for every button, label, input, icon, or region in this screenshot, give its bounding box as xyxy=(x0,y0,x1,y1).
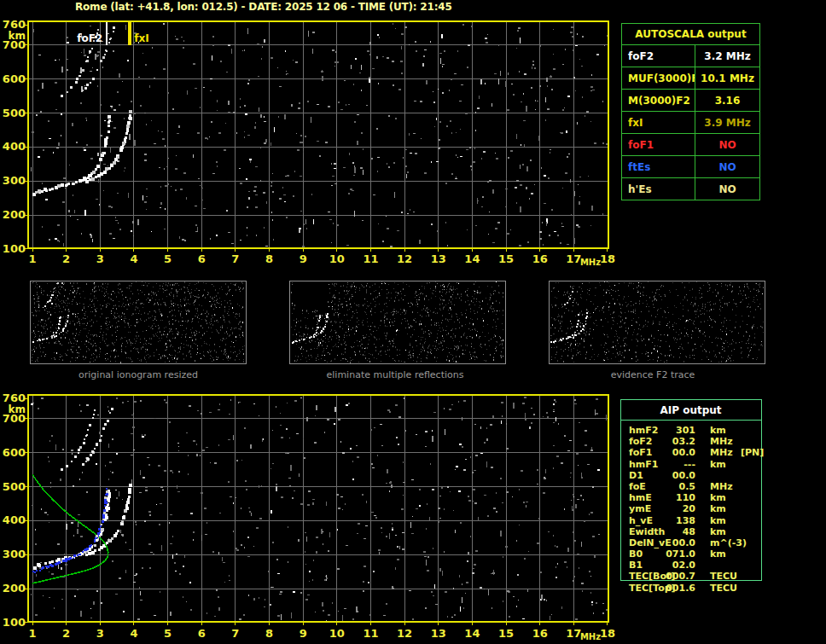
aip-row-TEC[Bot]: TEC[Bot]000.7TECU xyxy=(629,571,825,582)
autoscala-row-fxI: fxI3.9 MHz xyxy=(621,111,760,134)
x-tick-label: 11 xyxy=(363,627,378,640)
x-tick-label: 9 xyxy=(300,252,307,265)
aip-row-TEC[Top]: TEC[Top]001.6TECU xyxy=(629,583,825,594)
aip-unit: TECU xyxy=(710,583,737,594)
x-tick-label: 4 xyxy=(130,252,137,265)
fitted-trace-layer xyxy=(32,488,108,573)
x-tick-label: 18 xyxy=(600,627,615,640)
aip-lab: foF2 xyxy=(629,436,653,447)
autoscala-row-foF1: foF1NO xyxy=(621,133,760,156)
x-tick-label: 15 xyxy=(498,252,514,265)
panel-border xyxy=(549,281,765,363)
autoscala-param-value: 3.9 MHz xyxy=(695,111,760,134)
x-axis-unit: MHz xyxy=(580,258,601,267)
autoscala-row-foF2: foF23.2 MHz xyxy=(621,44,760,67)
y-axis-unit: km xyxy=(9,403,26,415)
y-tick-label: 200 xyxy=(3,208,26,221)
x-tick-label: 11 xyxy=(363,252,378,265)
autoscala-param-value: 3.2 MHz xyxy=(695,44,760,67)
x-tick-label: 6 xyxy=(198,627,206,640)
x-axis-labels: 123456789101112131415161718MHz xyxy=(28,252,615,267)
processing-panel-1 xyxy=(289,281,505,363)
fxI-marker-label: fxI xyxy=(134,32,148,44)
aip-unit: m^(-3) xyxy=(710,537,747,548)
aip-lab: foF1 xyxy=(629,447,653,458)
reflection-blackout-region xyxy=(295,282,328,310)
aip-row-D1: D100.0 xyxy=(629,470,825,481)
aip-row-h_vE: h_vE138km xyxy=(629,515,825,526)
noise-layer xyxy=(31,23,608,247)
aip-unit: km xyxy=(710,459,726,470)
aip-row-B1: B102.0 xyxy=(629,560,825,571)
aip-row-foF1: foF100.0MHz[PN] xyxy=(629,447,825,458)
autoscala-row-M(3000)F2: M(3000)F23.16 xyxy=(621,89,760,112)
autoscala-param-label: foF2 xyxy=(621,44,695,67)
aip-val: 138 xyxy=(653,515,695,526)
aip-header-divider xyxy=(620,420,761,421)
autoscala-param-value: 3.16 xyxy=(695,89,760,112)
aip-unit: MHz xyxy=(710,436,733,447)
y-tick-label: 400 xyxy=(3,513,26,526)
aip-unit: km xyxy=(710,503,726,514)
aip-val: 000.7 xyxy=(653,571,695,582)
autoscala-table-header: AUTOSCALA output xyxy=(621,23,760,45)
aip-unit: km xyxy=(710,548,726,560)
x-axis-unit: MHz xyxy=(580,632,601,641)
x-tick-label: 6 xyxy=(198,252,206,265)
aip-unit: TECU xyxy=(710,571,737,582)
aip-row-Ewidth: Ewidth48km xyxy=(629,526,825,537)
aip-unit: km xyxy=(710,492,726,503)
trace-layer xyxy=(32,26,132,196)
x-tick-label: 16 xyxy=(532,252,548,265)
aip-val: 03.2 xyxy=(653,436,695,447)
y-tick-label: 760 xyxy=(3,392,26,404)
bottom-ionogram-plot: 123456789101112131415161718MHz7607006005… xyxy=(0,375,623,644)
panel-trace-layer xyxy=(550,288,588,344)
plot-frame xyxy=(28,395,608,622)
x-tick-label: 8 xyxy=(265,627,273,640)
x-tick-label: 1 xyxy=(28,252,36,265)
y-axis-unit: km xyxy=(9,30,26,42)
y-tick-label: 300 xyxy=(3,548,26,560)
x-tick-label: 10 xyxy=(329,627,345,640)
y-axis-labels: 760700600500400300200100km xyxy=(3,392,26,629)
aip-val: 001.6 xyxy=(653,583,695,594)
x-tick-label: 12 xyxy=(397,627,412,640)
caption-evidence-f2-trace: evidence F2 trace xyxy=(611,369,695,380)
autoscala-output-table: AUTOSCALA output foF23.2 MHzMUF(3000)F21… xyxy=(621,23,760,200)
processing-panel-0 xyxy=(30,281,246,363)
aip-row-foE: foE0.5MHz xyxy=(629,481,825,492)
autoscala-param-label: h'Es xyxy=(621,177,695,200)
aip-lab: hmE xyxy=(629,492,652,503)
x-tick-label: 17 xyxy=(566,627,581,640)
y-tick-label: 400 xyxy=(3,140,26,153)
x-axis-labels: 123456789101112131415161718MHz xyxy=(28,627,615,641)
y-tick-label: 200 xyxy=(3,582,26,595)
aip-unit: MHz xyxy=(710,481,733,492)
processing-panels xyxy=(0,275,826,367)
x-tick-label: 7 xyxy=(231,627,239,640)
autoscala-param-label: ftEs xyxy=(621,155,695,178)
autoscala-param-label: foF1 xyxy=(621,133,695,156)
x-tick-label: 1 xyxy=(28,627,36,640)
x-tick-label: 13 xyxy=(431,627,446,640)
x-tick-label: 16 xyxy=(532,627,548,640)
aip-table-header: AIP output xyxy=(620,404,761,416)
y-tick-label: 600 xyxy=(3,73,26,85)
processing-panel-2 xyxy=(549,281,765,363)
aip-val: 20 xyxy=(653,503,695,514)
autoscala-param-value: NO xyxy=(695,155,760,178)
autoscala-param-label: M(3000)F2 xyxy=(621,89,695,112)
x-tick-label: 2 xyxy=(62,627,70,640)
grid-layer xyxy=(28,395,608,622)
aip-val: 301 xyxy=(653,425,695,436)
x-tick-label: 9 xyxy=(300,627,307,640)
grid-layer xyxy=(28,21,608,248)
x-tick-label: 4 xyxy=(130,627,137,640)
y-tick-label: 500 xyxy=(3,107,26,119)
aip-row-B0: B0071.0km xyxy=(629,548,825,560)
aip-val: 0.5 xyxy=(653,481,695,492)
aip-row-ymE: ymE20km xyxy=(629,503,825,514)
foF2-marker-label: foF2 xyxy=(77,32,102,44)
aip-val: 00.0 xyxy=(653,447,695,458)
